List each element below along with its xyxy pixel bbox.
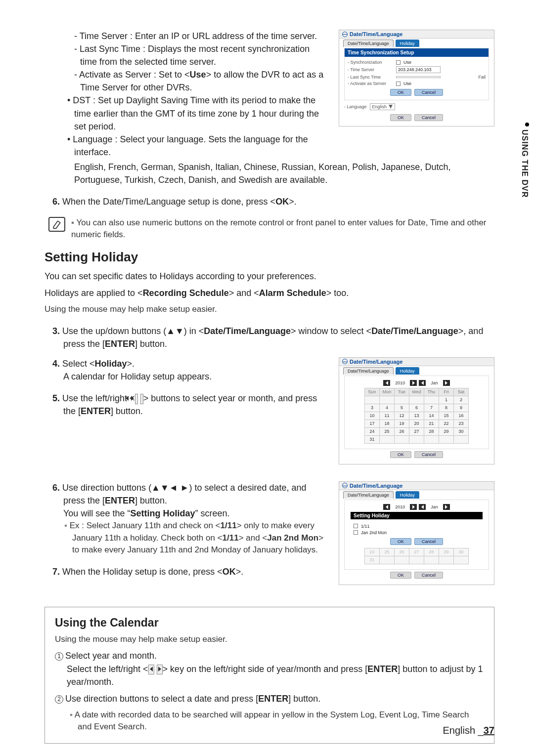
tab-holiday[interactable]: Holiday bbox=[396, 40, 419, 47]
note-text: You can also use numeric buttons on the … bbox=[71, 217, 494, 241]
label: - Language bbox=[344, 104, 367, 109]
paragraph: Holidays are applied to <Recording Sched… bbox=[44, 287, 494, 299]
text-bold: Use bbox=[190, 70, 206, 80]
footer-lang: English bbox=[443, 725, 475, 736]
step-4: 4. Select <Holiday>.A calendar for Holid… bbox=[44, 357, 326, 383]
option-label: Jan 2nd Mon bbox=[361, 530, 387, 535]
year-prev-button[interactable] bbox=[383, 504, 390, 510]
left-key-icon bbox=[148, 665, 154, 675]
text: Select < bbox=[62, 359, 95, 369]
text: > and < bbox=[229, 288, 259, 298]
bullet-item: Language : Select your language. Sets th… bbox=[44, 133, 326, 159]
month-value: Jan bbox=[428, 504, 441, 509]
paragraph: Using the mouse may help make setup easi… bbox=[55, 633, 484, 646]
ok-button[interactable]: OK bbox=[390, 89, 411, 96]
text-bold: Recording Schedule bbox=[143, 288, 229, 298]
checkbox[interactable] bbox=[396, 60, 400, 65]
example-note: Ex : Select January 11th and check on <1… bbox=[44, 520, 326, 556]
step-3: 3. Use the up/down buttons (▲▼) in <Date… bbox=[44, 325, 494, 350]
cancel-button[interactable]: Cancel bbox=[414, 451, 443, 458]
label: - Time Server bbox=[348, 67, 393, 72]
figure-title: Date/Time/Language bbox=[350, 31, 402, 37]
language-select[interactable]: English bbox=[370, 103, 396, 110]
text-bold: ENTER bbox=[258, 694, 288, 704]
month-value: Jan bbox=[428, 380, 441, 385]
calendar-grid-partial: 2425262728293031 bbox=[364, 548, 469, 564]
ok-button[interactable]: OK bbox=[390, 114, 411, 121]
figure-title: Date/Time/Language bbox=[350, 359, 402, 365]
text: ] button. bbox=[135, 339, 167, 349]
step-6b: 6. Use direction buttons (▲▼◄ ►) to sele… bbox=[44, 481, 326, 520]
text: ” screen. bbox=[195, 508, 229, 518]
text: A calendar for Holiday setup appears. bbox=[63, 372, 212, 381]
tab-datetime[interactable]: Date/Time/Language bbox=[343, 491, 394, 499]
figure-time-sync: Date/Time/Language Date/Time/Language Ho… bbox=[339, 30, 494, 159]
text-bold: Date/Time/Language bbox=[204, 326, 291, 336]
ok-button[interactable]: OK bbox=[390, 572, 411, 579]
year-prev-button[interactable] bbox=[383, 380, 390, 386]
label: - Last Sync Time bbox=[348, 75, 393, 80]
globe-icon bbox=[342, 483, 348, 488]
last-sync-field bbox=[396, 76, 441, 78]
month-next-button[interactable] bbox=[443, 380, 450, 386]
text: >. bbox=[289, 197, 297, 207]
month-prev-button[interactable] bbox=[419, 504, 426, 510]
month-prev-button[interactable] bbox=[419, 380, 426, 386]
step-number: 4. bbox=[52, 359, 60, 369]
checkbox[interactable] bbox=[396, 82, 400, 86]
circled-number-icon: 2 bbox=[55, 695, 63, 704]
cancel-button[interactable]: Cancel bbox=[414, 572, 443, 579]
text: When the Holiday setup is done, press < bbox=[62, 567, 222, 577]
label: - Synchronization bbox=[348, 60, 393, 65]
calendar-grid[interactable]: SunMonTueWedThuFriSat1234567891011121314… bbox=[364, 388, 469, 444]
side-tab: USING THE DVR bbox=[520, 119, 534, 247]
side-tab-label: USING THE DVR bbox=[520, 129, 529, 198]
text-bold: OK bbox=[222, 567, 236, 577]
right-key-icon bbox=[157, 665, 163, 675]
left-key-icon bbox=[135, 394, 138, 404]
ok-button[interactable]: OK bbox=[390, 538, 411, 545]
globe-icon bbox=[342, 32, 348, 37]
cancel-button[interactable]: Cancel bbox=[414, 89, 443, 96]
ok-button[interactable]: OK bbox=[390, 451, 411, 458]
figure-calendar: Date/Time/Language Date/Time/Language Ho… bbox=[339, 357, 494, 464]
using-calendar-callout: Using the Calendar Using the mouse may h… bbox=[44, 607, 494, 744]
step-number: 5. bbox=[52, 393, 60, 403]
year-next-button[interactable] bbox=[410, 380, 417, 386]
step-5: 5. Use the left/right < > buttons to sel… bbox=[44, 392, 326, 418]
tab-holiday[interactable]: Holiday bbox=[396, 491, 419, 499]
checkbox[interactable] bbox=[354, 524, 358, 528]
text-bold: OK bbox=[275, 197, 289, 207]
page-footer: English _37 bbox=[443, 725, 494, 736]
time-server-field[interactable]: 203.248.240.103 bbox=[396, 66, 441, 73]
text-bold: ENTER bbox=[105, 339, 135, 349]
text-bold: Alarm Schedule bbox=[259, 288, 326, 298]
year-next-button[interactable] bbox=[410, 504, 417, 510]
checkbox[interactable] bbox=[354, 530, 358, 535]
tab-datetime[interactable]: Date/Time/Language bbox=[343, 367, 394, 375]
text: >. bbox=[236, 567, 244, 577]
cancel-button[interactable]: Cancel bbox=[414, 114, 443, 121]
figure-setting-holiday: Date/Time/Language Date/Time/Language Ho… bbox=[339, 481, 494, 585]
tab-datetime[interactable]: Date/Time/Language bbox=[343, 40, 394, 47]
option-label: 1/11 bbox=[361, 524, 370, 529]
paragraph: You can set specific dates to Holidays a… bbox=[44, 270, 494, 283]
chevron-down-icon bbox=[389, 105, 393, 109]
cancel-button[interactable]: Cancel bbox=[414, 538, 443, 545]
text-bold: ENTER bbox=[81, 406, 111, 416]
globe-icon bbox=[342, 359, 348, 364]
numbered-item-2: 2Use direction buttons to select a date … bbox=[55, 692, 484, 705]
text: When the Date/Time/Language setup is don… bbox=[62, 197, 275, 207]
text: Select the left/right < > key on the lef… bbox=[55, 663, 484, 688]
note-icon bbox=[48, 217, 65, 232]
tab-holiday[interactable]: Holiday bbox=[396, 367, 419, 375]
select-value: English bbox=[372, 104, 387, 109]
circled-number-icon: 1 bbox=[55, 652, 63, 661]
dash-item: - Activate as Server : Set to <Use> to a… bbox=[44, 68, 326, 94]
month-next-button[interactable] bbox=[443, 504, 450, 510]
year-value: 2010 bbox=[392, 380, 408, 385]
year-value: 2010 bbox=[392, 504, 408, 509]
side-tab-dot bbox=[525, 123, 529, 126]
step-6: 6. When the Date/Time/Language setup is … bbox=[44, 195, 494, 208]
paragraph: Using the mouse may help make setup easi… bbox=[44, 303, 494, 316]
